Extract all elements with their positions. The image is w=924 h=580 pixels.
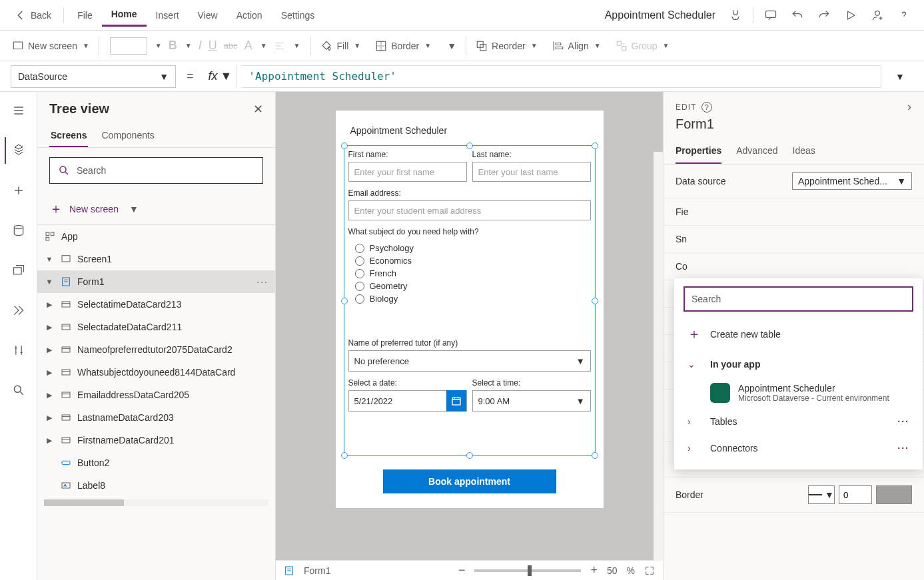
tree-node-form[interactable]: ▼ Form1 ··· [37, 270, 275, 293]
more-icon[interactable]: ··· [897, 443, 909, 453]
new-screen-button[interactable]: New screen ▼ [7, 37, 95, 55]
resize-handle[interactable] [592, 143, 598, 149]
tree-view-icon[interactable] [5, 137, 31, 164]
resize-handle[interactable] [592, 298, 598, 304]
resize-handle[interactable] [466, 452, 473, 459]
tree-node-label[interactable]: ▶Label8 [37, 474, 275, 497]
resize-handle[interactable] [341, 452, 348, 459]
chevron-right-icon[interactable]: ▶ [44, 300, 55, 309]
undo-icon[interactable] [784, 2, 811, 29]
menu-view[interactable]: View [189, 5, 227, 26]
media-icon[interactable] [5, 257, 32, 284]
tree-node-app[interactable]: App [37, 225, 275, 248]
data-icon[interactable] [5, 217, 32, 244]
close-icon[interactable]: ✕ [253, 102, 263, 117]
more-icon[interactable]: ··· [256, 276, 268, 287]
new-screen-link[interactable]: ＋ New screen ▼ [37, 193, 275, 224]
chevron-down-icon[interactable]: ▼ [44, 255, 55, 263]
property-selector[interactable]: DataSource ▼ [11, 65, 176, 88]
data-source-item[interactable]: Appointment Scheduler Microsoft Datavers… [684, 378, 913, 408]
align-button[interactable]: Align▼ [547, 37, 606, 55]
data-source-dropdown[interactable]: Appointment Sched... ▼ [792, 172, 912, 190]
border-button[interactable]: Border▼ [370, 37, 436, 55]
connectors-section[interactable]: › Connectors ··· [684, 435, 913, 461]
menu-file[interactable]: File [68, 5, 102, 26]
tools-icon[interactable] [5, 337, 32, 364]
last-name-input[interactable]: Enter your last name [472, 162, 591, 182]
breadcrumb[interactable]: Form1 [304, 565, 330, 576]
help-icon[interactable] [891, 2, 917, 29]
info-icon[interactable]: ? [701, 102, 712, 113]
resize-handle[interactable] [341, 143, 348, 149]
comments-icon[interactable] [757, 2, 784, 29]
tree-node-screen[interactable]: ▼ Screen1 [37, 248, 275, 270]
app-screen[interactable]: Appointment Scheduler First name: Enter … [336, 111, 604, 508]
redo-icon[interactable] [811, 2, 837, 29]
italic-button[interactable]: I [199, 39, 202, 53]
resize-handle[interactable] [592, 452, 598, 459]
resize-handle[interactable] [466, 143, 473, 149]
email-input[interactable]: Enter your student email address [348, 200, 591, 220]
create-new-table[interactable]: ＋ Create new table [684, 317, 913, 351]
fx-label[interactable]: fx▼ [205, 65, 237, 88]
fit-to-window-icon[interactable] [644, 565, 655, 576]
search-rail-icon[interactable] [5, 377, 32, 404]
app-checker-icon[interactable] [722, 2, 749, 29]
first-name-input[interactable]: Enter your first name [348, 162, 467, 182]
radio-option[interactable]: French [355, 267, 591, 280]
tree-node-card[interactable]: ▶SelectatimeDataCard213 [37, 293, 275, 316]
tree-scrollbar[interactable] [44, 499, 268, 506]
underline-button[interactable]: U [209, 39, 217, 53]
tree-node-card[interactable]: ▶Nameofpreferredtutor2075DataCard2 [37, 338, 275, 361]
tree-node-button[interactable]: ▶Button2 [37, 451, 275, 474]
strike-button[interactable]: abc [224, 41, 238, 51]
share-icon[interactable] [864, 2, 891, 29]
radio-option[interactable]: Biology [355, 292, 591, 305]
menu-insert[interactable]: Insert [147, 5, 189, 26]
zoom-in-button[interactable]: + [590, 563, 598, 577]
reorder-button[interactable]: Reorder▼ [470, 37, 543, 55]
in-your-app-section[interactable]: ⌄ In your app [684, 351, 913, 378]
radio-option[interactable]: Psychology [355, 242, 591, 254]
tab-properties[interactable]: Properties [676, 139, 721, 164]
font-selector[interactable] [110, 37, 147, 55]
zoom-slider[interactable] [474, 569, 581, 572]
more-icon[interactable]: ··· [897, 416, 909, 427]
popup-search-input[interactable]: Search [684, 286, 913, 312]
canvas-background[interactable]: Appointment Scheduler First name: Enter … [276, 92, 663, 560]
tutor-dropdown[interactable]: No preference▼ [348, 350, 591, 372]
formula-input[interactable]: 'Appointment Scheduler' [242, 65, 881, 88]
date-picker[interactable]: 5/21/2022 [348, 390, 467, 412]
tab-ideas[interactable]: Ideas [793, 139, 815, 164]
preview-icon[interactable] [837, 2, 864, 29]
menu-action[interactable]: Action [227, 5, 272, 26]
back-button[interactable]: Back [7, 9, 59, 21]
chevron-down-icon[interactable]: ▼ [44, 278, 55, 286]
menu-settings[interactable]: Settings [272, 5, 324, 26]
tree-node-card[interactable]: ▶Whatsubjectdoyouneed8144DataCard [37, 361, 275, 384]
tables-section[interactable]: › Tables ··· [684, 408, 913, 435]
more-formatting[interactable]: ▼ [440, 38, 462, 54]
power-automate-icon[interactable] [5, 297, 32, 324]
tree-node-card[interactable]: ▶EmailaddressDataCard205 [37, 384, 275, 406]
tab-advanced[interactable]: Advanced [736, 139, 777, 164]
border-width-input[interactable] [839, 485, 872, 504]
bold-button[interactable]: B [169, 39, 177, 53]
radio-option[interactable]: Economics [355, 254, 591, 267]
time-dropdown[interactable]: 9:00 AM▼ [472, 390, 591, 412]
radio-option[interactable]: Geometry [355, 280, 591, 292]
book-button[interactable]: Book appointment [383, 469, 556, 493]
expand-formula-button[interactable]: ▼ [887, 71, 913, 82]
hamburger-icon[interactable] [5, 97, 32, 124]
zoom-out-button[interactable]: − [458, 563, 466, 577]
font-color-button[interactable]: A [244, 39, 252, 53]
fill-button[interactable]: Fill▼ [315, 37, 366, 55]
menu-home[interactable]: Home [102, 3, 147, 27]
canvas-scrollbar[interactable] [654, 92, 663, 561]
insert-icon[interactable] [5, 177, 32, 204]
tree-node-card[interactable]: ▶LastnameDataCard203 [37, 406, 275, 429]
tab-screens[interactable]: Screens [49, 125, 88, 147]
tree-node-card[interactable]: ▶FirstnameDataCard201 [37, 429, 275, 451]
border-style-dropdown[interactable]: ▼ [808, 485, 835, 504]
calendar-icon[interactable] [446, 390, 466, 412]
